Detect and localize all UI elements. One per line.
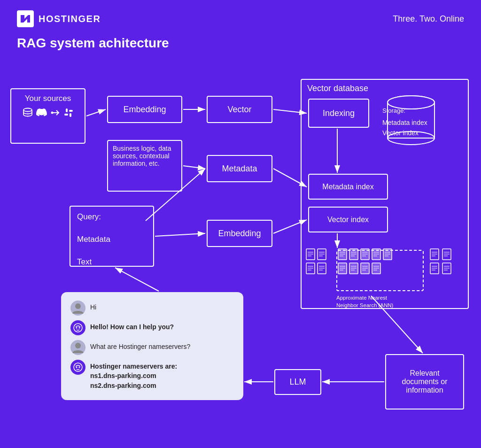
svg-point-18 bbox=[51, 112, 54, 114]
chat-message-2: Hello! How can I help you? bbox=[70, 320, 234, 335]
bot-icon-1 bbox=[73, 323, 83, 333]
logo: HOSTINGER bbox=[17, 10, 101, 27]
business-box: Business logic, data sources, contextual… bbox=[107, 140, 182, 192]
svg-point-99 bbox=[75, 343, 81, 348]
svg-point-102 bbox=[79, 367, 80, 368]
llm-box: LLM bbox=[274, 369, 321, 395]
ann-label: Approximate NearestNeighbor Search (ANN) bbox=[336, 294, 393, 309]
svg-point-17 bbox=[23, 108, 32, 112]
relevant-box: Relevant documents or information bbox=[385, 354, 464, 409]
vector-db-label: Vector database bbox=[307, 84, 368, 93]
svg-point-97 bbox=[76, 327, 78, 329]
doc-icons-area: Approximate NearestNeighbor Search (ANN) bbox=[304, 248, 464, 295]
bot-icon-2 bbox=[73, 362, 83, 372]
indexing-box: Indexing bbox=[308, 99, 369, 128]
tagline: Three. Two. Online bbox=[393, 14, 464, 24]
ann-dashed-box bbox=[336, 250, 424, 291]
chat-text-4: Hostinger nameservers are: ns1.dns-parki… bbox=[90, 360, 177, 390]
sources-label: Your sources bbox=[17, 94, 79, 103]
svg-rect-19 bbox=[66, 108, 68, 112]
svg-point-101 bbox=[76, 367, 78, 368]
svg-rect-22 bbox=[64, 114, 68, 116]
sources-box: Your sources bbox=[10, 88, 85, 144]
storage-items: Metadata index Vector index bbox=[382, 117, 427, 139]
bot-avatar-1 bbox=[70, 320, 85, 335]
storage-cylinder: Storage: Metadata index Vector index bbox=[380, 94, 442, 150]
metadata-index-box: Metadata index bbox=[308, 174, 388, 200]
chat-message-3: What are Hostinger nameservers? bbox=[70, 340, 234, 355]
user-avatar-1 bbox=[70, 301, 85, 316]
svg-line-14 bbox=[115, 268, 159, 291]
svg-rect-20 bbox=[70, 113, 71, 117]
chat-text-1: Hi bbox=[90, 301, 96, 312]
svg-point-95 bbox=[75, 303, 81, 309]
user-icon-2 bbox=[71, 341, 85, 354]
user-avatar-2 bbox=[70, 340, 85, 355]
svg-point-100 bbox=[74, 363, 82, 371]
logo-text: HOSTINGER bbox=[39, 14, 101, 24]
hostinger-logo-icon bbox=[17, 10, 34, 27]
chat-text-3: What are Hostinger nameservers? bbox=[90, 340, 190, 351]
header: HOSTINGER Three. Two. Online bbox=[0, 0, 481, 32]
chat-message-1: Hi bbox=[70, 301, 234, 316]
sources-icons bbox=[22, 107, 74, 118]
embedding-top-box: Embedding bbox=[107, 96, 182, 123]
discord-icon bbox=[36, 107, 47, 118]
db-icon bbox=[22, 107, 33, 118]
svg-point-96 bbox=[74, 324, 82, 332]
metadata-top-box: Metadata bbox=[207, 155, 272, 182]
bot-avatar-2 bbox=[70, 360, 85, 375]
page-title: RAG system achitecture bbox=[0, 32, 481, 51]
user-icon bbox=[71, 301, 85, 315]
svg-line-9 bbox=[155, 233, 205, 236]
chat-box: Hi Hello! How can I help you? bbox=[61, 292, 243, 400]
query-box: Query: Metadata Text bbox=[70, 206, 154, 267]
chat-message-4: Hostinger nameservers are: ns1.dns-parki… bbox=[70, 360, 234, 390]
diagram-area: Vector database Your sources bbox=[0, 52, 481, 448]
svg-rect-21 bbox=[69, 110, 73, 112]
svg-point-98 bbox=[79, 327, 80, 329]
svg-line-6 bbox=[183, 166, 205, 169]
svg-line-3 bbox=[86, 109, 106, 116]
slack-icon bbox=[63, 108, 74, 118]
storage-label: Storage: bbox=[382, 107, 405, 114]
vector-box: Vector bbox=[207, 96, 272, 123]
tool-icon bbox=[50, 108, 61, 118]
embedding-bottom-box: Embedding bbox=[207, 220, 272, 247]
vector-index-box: Vector index bbox=[308, 207, 388, 232]
chat-text-2: Hello! How can I help you? bbox=[90, 320, 174, 332]
